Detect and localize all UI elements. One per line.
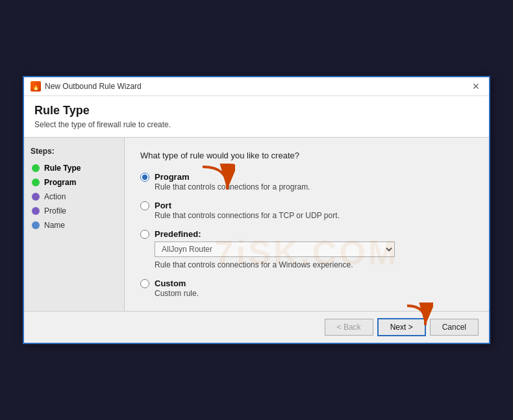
radio-option-predefined: Predefined: AllJoyn Router Rule that con… [140,229,473,269]
content-area: Steps: Rule Type Program Action Profile … [24,138,489,311]
footer: < Back Next > Cancel [24,311,489,343]
sidebar-label-name: Name [44,221,65,230]
sidebar: Steps: Rule Type Program Action Profile … [24,138,125,311]
dot-rule-type [32,164,40,172]
radio-label-row-program: Program [140,172,473,182]
cancel-button[interactable]: Cancel [430,319,479,336]
sidebar-item-rule-type: Rule Type [31,161,118,175]
desc-custom: Custom rule. [155,289,473,298]
radio-label-row-port: Port [140,201,473,210]
dot-program [32,179,40,186]
radio-option-port: Port Rule that controls connections for … [140,201,473,220]
steps-label: Steps: [31,147,118,156]
title-bar: 🔥 New Outbound Rule Wizard ✕ [24,77,489,96]
radio-custom[interactable] [140,279,149,288]
sidebar-label-profile: Profile [44,206,66,216]
header-area: Rule Type Select the type of firewall ru… [24,96,489,138]
radio-program[interactable] [140,173,149,182]
page-subtitle: Select the type of firewall rule to crea… [34,120,479,129]
wizard-window: 🔥 New Outbound Rule Wizard ✕ Rule Type S… [23,76,490,344]
app-icon: 🔥 [31,81,41,92]
window-title: New Outbound Rule Wizard [45,82,142,91]
sidebar-item-name: Name [31,218,118,232]
sidebar-label-action: Action [44,192,66,201]
radio-port[interactable] [140,201,149,210]
predefined-select[interactable]: AllJoyn Router [155,241,395,257]
label-program: Program [155,172,189,182]
dot-profile [32,207,40,215]
back-button[interactable]: < Back [325,319,373,336]
dot-action [32,193,40,201]
label-port: Port [155,201,171,210]
sidebar-label-program: Program [44,178,76,187]
radio-label-row-custom: Custom [140,278,473,288]
close-button[interactable]: ✕ [469,81,482,92]
sidebar-item-program: Program [31,175,118,190]
page-title: Rule Type [34,104,479,117]
dot-name [32,221,40,229]
sidebar-item-profile: Profile [31,204,118,218]
desc-predefined: Rule that controls connections for a Win… [155,260,473,269]
main-panel: 7iSK.COM What type of rule would you lik… [125,138,489,311]
label-predefined: Predefined: [155,229,201,239]
label-custom: Custom [155,278,186,288]
radio-option-custom: Custom Custom rule. [140,278,473,298]
radio-group: Program Rule that controls connections f… [140,172,473,298]
desc-port: Rule that controls connections for a TCP… [155,211,473,220]
sidebar-item-action: Action [31,190,118,204]
sidebar-label-rule-type: Rule Type [44,164,81,173]
radio-predefined[interactable] [140,230,149,239]
radio-option-program: Program Rule that controls connections f… [140,172,473,191]
arrow-decoration [196,164,235,204]
footer-arrow [401,303,433,337]
question-text: What type of rule would you like to crea… [140,151,473,160]
radio-label-row-predefined: Predefined: [140,229,473,239]
title-bar-left: 🔥 New Outbound Rule Wizard [31,81,142,92]
